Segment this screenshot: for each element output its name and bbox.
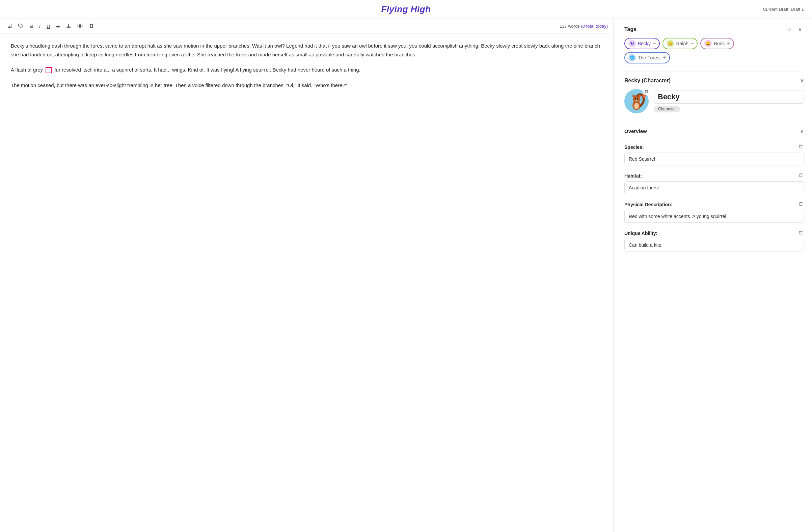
- unique-ability-field-row: Unique Ability:: [624, 230, 804, 251]
- tags-filter-button[interactable]: ▽: [785, 26, 794, 33]
- editor-toolbar: ☑ B I U S: [0, 19, 613, 33]
- character-avatar-delete-button[interactable]: [642, 88, 650, 95]
- habitat-input[interactable]: [624, 181, 804, 194]
- svg-point-1: [78, 25, 82, 27]
- svg-point-8: [637, 98, 638, 100]
- overview-chevron[interactable]: ∨: [800, 128, 804, 134]
- svg-point-7: [635, 98, 636, 100]
- character-avatar-wrap: [624, 89, 649, 113]
- physical-desc-delete-button[interactable]: [798, 201, 804, 208]
- strikethrough-icon[interactable]: S: [54, 22, 62, 30]
- color-highlight: [46, 67, 52, 73]
- overview-header: Overview ∨: [624, 125, 804, 138]
- tag-forest-label: The Forest: [638, 55, 661, 60]
- right-panel: Tags ▽ ∨ 🐿 Becky − 😊 Ralph − 😄 Boris: [616, 19, 812, 532]
- tags-row-2: 🌐 The Forest +: [624, 52, 804, 63]
- tag-forest[interactable]: 🌐 The Forest +: [624, 52, 670, 63]
- tags-controls: ▽ ∨: [785, 26, 804, 33]
- character-type-badge: Character: [654, 106, 680, 112]
- draft-label: Current Draft: Draft 1: [763, 7, 804, 12]
- resize-handle[interactable]: ⋮: [613, 19, 616, 532]
- checkbox-icon[interactable]: ☑: [5, 21, 14, 30]
- habitat-delete-button[interactable]: [798, 172, 804, 179]
- header: Flying High Current Draft: Draft 1: [0, 0, 812, 19]
- character-card: Character: [624, 89, 804, 119]
- tag-icon[interactable]: [16, 22, 25, 30]
- paragraph-2: A flash of grey fur resolved itself into…: [11, 66, 603, 74]
- tag-boris-add[interactable]: +: [727, 41, 730, 46]
- svg-point-2: [79, 25, 81, 27]
- unique-ability-label: Unique Ability:: [624, 231, 657, 236]
- tags-title: Tags: [624, 26, 637, 32]
- svg-point-9: [636, 100, 638, 101]
- paragraph-3: The motion ceased, but there was an ever…: [11, 81, 603, 90]
- species-field-header: Species:: [624, 143, 804, 150]
- physical-desc-field-row: Physical Description:: [624, 201, 804, 223]
- editor-content[interactable]: Becky's headlong dash through the forest…: [0, 33, 613, 532]
- italic-icon[interactable]: I: [37, 22, 43, 30]
- unique-ability-input[interactable]: [624, 239, 804, 251]
- bold-icon[interactable]: B: [27, 22, 35, 30]
- species-field-row: Species:: [624, 143, 804, 166]
- tag-becky[interactable]: 🐿 Becky −: [624, 38, 660, 49]
- tag-avatar-forest: 🌐: [628, 54, 636, 61]
- main-layout: ☑ B I U S: [0, 19, 812, 532]
- character-info: Character: [654, 90, 804, 112]
- section-divider: [624, 72, 804, 72]
- preview-icon[interactable]: [75, 22, 85, 30]
- physical-desc-input[interactable]: [624, 210, 804, 223]
- tag-ralph[interactable]: 😊 Ralph −: [663, 38, 698, 49]
- overview-title: Overview: [624, 128, 647, 134]
- character-section-title: Becky (Character): [624, 78, 671, 84]
- habitat-field-row: Habitat:: [624, 172, 804, 194]
- tag-becky-remove[interactable]: −: [653, 41, 656, 46]
- word-count: 137 words (0 total today): [560, 24, 608, 29]
- underline-icon[interactable]: U: [45, 22, 52, 30]
- tags-row-1: 🐿 Becky − 😊 Ralph − 😄 Boris +: [624, 38, 804, 49]
- tag-becky-label: Becky: [638, 41, 651, 46]
- tag-avatar-boris: 😄: [704, 40, 712, 47]
- tags-header: Tags ▽ ∨: [624, 26, 804, 33]
- download-icon[interactable]: [64, 22, 73, 30]
- delete-icon[interactable]: [87, 22, 96, 30]
- editor-panel: ☑ B I U S: [0, 19, 613, 532]
- tag-boris-label: Boris: [714, 41, 725, 46]
- species-delete-button[interactable]: [798, 143, 804, 150]
- tag-ralph-remove[interactable]: −: [691, 41, 694, 46]
- tag-ralph-label: Ralph: [676, 41, 688, 46]
- paragraph-1: Becky's headlong dash through the forest…: [11, 42, 603, 59]
- species-label: Species:: [624, 144, 644, 150]
- physical-desc-label: Physical Description:: [624, 202, 672, 207]
- physical-desc-field-header: Physical Description:: [624, 201, 804, 208]
- character-name-input[interactable]: [654, 90, 804, 104]
- tag-avatar-ralph: 😊: [667, 40, 674, 47]
- habitat-field-header: Habitat:: [624, 172, 804, 179]
- tags-chevron-button[interactable]: ∨: [796, 26, 804, 33]
- habitat-label: Habitat:: [624, 173, 642, 178]
- tag-boris[interactable]: 😄 Boris +: [700, 38, 734, 49]
- app-title: Flying High: [381, 4, 431, 15]
- character-section-header: Becky (Character) ∨: [624, 77, 804, 84]
- tag-forest-add[interactable]: +: [663, 55, 666, 60]
- character-section-chevron[interactable]: ∨: [800, 77, 804, 84]
- species-input[interactable]: [624, 153, 804, 166]
- tag-avatar-becky: 🐿: [628, 40, 636, 47]
- svg-point-0: [19, 25, 20, 25]
- svg-point-6: [634, 103, 639, 109]
- unique-ability-field-header: Unique Ability:: [624, 230, 804, 236]
- unique-ability-delete-button[interactable]: [798, 230, 804, 236]
